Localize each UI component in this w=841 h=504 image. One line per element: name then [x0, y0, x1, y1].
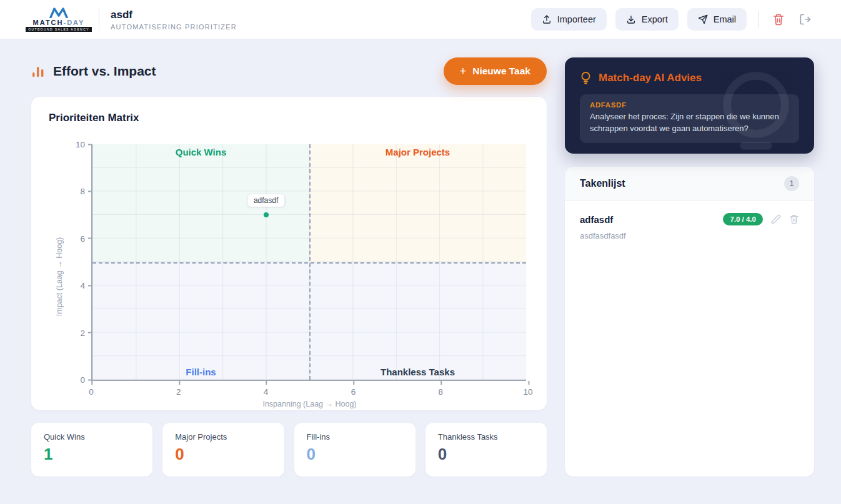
y-tick: 6 — [71, 234, 85, 243]
task-count-badge: 1 — [784, 176, 799, 191]
task-list-title: Takenlijst — [580, 178, 625, 189]
x-tick: 4 — [264, 387, 269, 397]
stat-value: 0 — [307, 445, 403, 464]
app-subtitle: AUTOMATISERING PRIORITIZER — [111, 23, 237, 31]
header-divider — [99, 8, 99, 31]
horizontal-divider-line — [92, 262, 526, 264]
x-tick: 10 — [523, 387, 532, 397]
new-task-button[interactable]: + Nieuwe Taak — [444, 57, 547, 85]
bar-chart-icon — [31, 64, 45, 78]
email-button[interactable]: Email — [687, 8, 747, 31]
task-name: adfasdf — [580, 214, 613, 225]
stat-value: 0 — [438, 445, 534, 464]
x-tick: 8 — [438, 387, 443, 397]
task-score-badge: 7.0 / 4.0 — [723, 213, 763, 225]
lightbulb-icon — [580, 71, 592, 85]
ai-advice-card: Match-day AI Advies ADFASDF Analyseer he… — [565, 57, 814, 154]
download-icon — [626, 14, 636, 24]
logo-brand: MATCH-DAY — [33, 19, 85, 26]
quadrant-label-quick-wins: Quick Wins — [176, 147, 227, 157]
document-title: asdf — [111, 9, 237, 21]
stat-card-quick-wins: Quick Wins 1 — [31, 423, 152, 477]
x-axis-ticks: 0 2 4 6 8 10 — [91, 383, 528, 398]
data-point-label: adfasdf — [247, 194, 285, 207]
trash-icon — [772, 13, 785, 26]
stat-value: 1 — [44, 445, 140, 464]
ai-advice-task-name: ADFASDF — [590, 101, 789, 109]
stat-card-major-projects: Major Projects 0 — [162, 423, 284, 477]
priority-matrix-card: Prioriteiten Matrix Impact (Laag → Hoog)… — [31, 97, 547, 410]
import-button[interactable]: Importeer — [531, 8, 607, 31]
export-label: Export — [642, 14, 668, 24]
new-task-label: Nieuwe Taak — [472, 66, 530, 77]
logout-button[interactable] — [796, 11, 814, 28]
delete-task-icon[interactable] — [789, 214, 799, 224]
match-day-logo: MATCH-DAY OUTBOUND SALES AGENCY — [30, 7, 87, 32]
logo-tagline: OUTBOUND SALES AGENCY — [26, 27, 92, 32]
edit-pencil-icon[interactable] — [771, 214, 781, 224]
chart-title: Prioriteiten Matrix — [49, 112, 528, 124]
quadrant-label-major-projects: Major Projects — [386, 147, 450, 157]
export-button[interactable]: Export — [615, 8, 679, 31]
page-title-text: Effort vs. Impact — [53, 64, 156, 79]
stat-label: Major Projects — [175, 432, 271, 442]
logout-icon — [799, 13, 811, 26]
y-tick: 2 — [71, 328, 85, 337]
ai-card-title: Match-day AI Advies — [599, 72, 702, 84]
data-point[interactable]: adfasdf — [264, 212, 269, 217]
y-tick: 10 — [71, 140, 85, 149]
quadrant-label-fill-ins: Fill-ins — [186, 367, 216, 377]
y-axis-label: Impact (Laag → Hoog) — [55, 237, 64, 315]
stats-row: Quick Wins 1 Major Projects 0 Fill-ins 0… — [31, 423, 547, 477]
y-tick: 4 — [71, 281, 85, 290]
stat-label: Quick Wins — [44, 432, 140, 442]
task-description: asdfasdfasdf — [580, 231, 799, 240]
y-tick: 8 — [71, 187, 85, 196]
upload-icon — [542, 14, 552, 24]
plot-area: Quick Wins Major Projects Fill-ins Thank… — [91, 144, 526, 381]
x-tick: 2 — [176, 387, 181, 397]
quadrant-label-thankless-tasks: Thankless Tasks — [381, 367, 455, 377]
stat-label: Fill-ins — [307, 432, 403, 442]
page-title: Effort vs. Impact — [31, 64, 156, 79]
x-axis-label: Inspanning (Laag → Hoog) — [91, 400, 528, 408]
send-icon — [698, 14, 708, 24]
stat-card-thankless-tasks: Thankless Tasks 0 — [425, 423, 547, 477]
email-label: Email — [714, 14, 736, 24]
import-label: Importeer — [557, 14, 596, 24]
task-list-card: Takenlijst 1 adfasdf 7.0 / 4.0 asdfasdfa… — [565, 167, 814, 477]
ai-advice-item: ADFASDF Analyseer het proces: Zijn er st… — [580, 94, 799, 143]
stat-card-fill-ins: Fill-ins 0 — [294, 423, 416, 477]
stat-label: Thankless Tasks — [438, 432, 534, 442]
ai-advice-text: Analyseer het proces: Zijn er stappen di… — [590, 111, 789, 135]
x-tick: 6 — [351, 387, 356, 397]
app-header: MATCH-DAY OUTBOUND SALES AGENCY asdf AUT… — [0, 0, 841, 39]
stat-value: 0 — [175, 445, 271, 464]
plus-icon: + — [460, 66, 467, 77]
logo-m-icon — [49, 7, 68, 18]
task-list-item: adfasdf 7.0 / 4.0 asdfasdfasdf — [565, 201, 814, 252]
x-tick: 0 — [89, 387, 94, 397]
y-tick: 0 — [71, 375, 85, 385]
delete-project-button[interactable] — [770, 11, 787, 28]
header-actions-divider — [758, 11, 759, 27]
